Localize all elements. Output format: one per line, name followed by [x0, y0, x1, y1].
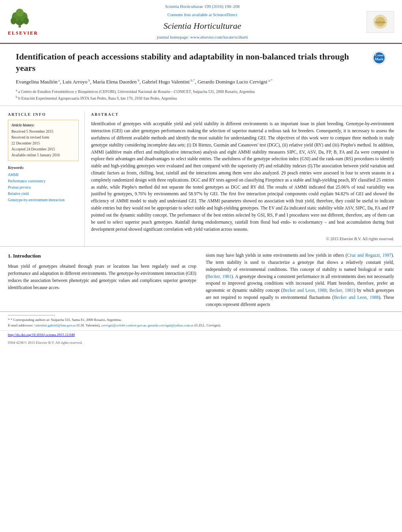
author-4: Gabriel Hugo Valentini	[142, 79, 190, 85]
email-cervigni1[interactable]: cervigni@cefobi-conicet.gov.ar	[101, 323, 146, 327]
introduction-heading: 1. Introduction	[8, 252, 196, 260]
elsevier-tree-icon	[8, 7, 32, 29]
svg-text:SCIENTIA: SCIENTIA	[375, 21, 386, 24]
author-1: Evangelina Maulión	[16, 79, 58, 85]
article-title-section: Identification of peach accessions stabi…	[0, 44, 402, 106]
introduction-body-left: Mean yield of genotypes obtained through…	[8, 263, 196, 291]
article-info-box: Article history: Received 5 November 201…	[8, 120, 79, 161]
ref-becker-leon-1988a[interactable]: Becker and Leon, 1988	[283, 288, 326, 293]
history-label: Article history:	[11, 123, 35, 127]
keywords-section: Keywords: AMMI Performance consistency P…	[8, 165, 79, 203]
keyword-prunus: Prunus persica	[8, 184, 79, 191]
journal-doi-line: Scientia Horticulturae 199 (2016) 198–20…	[38, 3, 367, 10]
journal-center: Scientia Horticulturae 199 (2016) 198–20…	[38, 3, 367, 41]
email-cervigni2[interactable]: gerardo.cervigni@yahoo.com.ar	[148, 323, 194, 327]
ref-cruz-regazzi[interactable]: Cruz and Regazzi, 1997	[347, 253, 391, 258]
keywords-list: AMMI Performance consistency Prunus pers…	[8, 172, 79, 204]
ref-becker-leon-1988b[interactable]: Becker and Leon, 1988	[334, 295, 379, 300]
elsevier-logo: ELSEVIER	[8, 7, 38, 37]
svg-point-4	[16, 9, 24, 17]
homepage-url[interactable]: www.elsevier.com/locate/scihorti	[190, 35, 248, 39]
author-5: Gerardo Domingo Lucio Cervigni	[197, 79, 267, 85]
keyword-relative-yield: Relative yield	[8, 191, 79, 197]
received-revised-label: Received in revised form	[11, 135, 75, 141]
keyword-performance: Performance consistency	[8, 178, 79, 184]
journal-name: Scientia Horticulturae	[38, 19, 367, 32]
keywords-label: Keywords:	[8, 165, 79, 171]
intro-paragraph-1: Mean yield of genotypes obtained through…	[8, 263, 196, 291]
footnote-area: * * Corresponding authors at: Suipacha 5…	[0, 311, 402, 331]
author-3: María Elena Daorden	[93, 79, 137, 85]
doi-line: http://dx.doi.org/10.1016/j.scienta.2015…	[0, 330, 402, 339]
article-title-text: Identification of peach accessions stabi…	[16, 51, 368, 102]
elsevier-brand-text: ELSEVIER	[8, 30, 38, 37]
affiliations: a a Centro de Estudios Fotosintéticos y …	[16, 88, 368, 102]
issn-line: 0304-4238/© 2015 Elsevier B.V. All right…	[0, 339, 402, 348]
contents-line: Contents lists available at ScienceDirec…	[38, 11, 367, 18]
body-right-column: sions may have high yields in some envir…	[206, 252, 394, 311]
ref-becker-1981a[interactable]: Becker, 1981	[207, 274, 231, 279]
article-info-column: ARTICLE INFO Article history: Received 5…	[8, 111, 85, 246]
received-revised-date: 22 December 2015	[11, 141, 75, 146]
body-left-column: 1. Introduction Mean yield of genotypes …	[8, 252, 196, 311]
available-date: Available online 5 January 2016	[11, 152, 75, 158]
journal-logo-right: SCIENTIA	[367, 11, 394, 33]
crossmark-badge[interactable]: Cross Mark	[372, 51, 386, 65]
scientia-logo-icon: SCIENTIA	[370, 14, 390, 30]
introduction-body-right: sions may have high yields in some envir…	[206, 252, 394, 308]
body-section: 1. Introduction Mean yield of genotypes …	[0, 247, 402, 311]
email-valentini[interactable]: valentini.gabriel@inta.gov.ar	[34, 323, 76, 327]
copyright-line: © 2015 Elsevier B.V. All rights reserved…	[91, 236, 394, 246]
footnote-emails: E-mail addresses: valentini.gabriel@inta…	[8, 323, 394, 328]
received-date: Received 5 November 2015	[11, 129, 75, 135]
footnote-star: * * Corresponding authors at: Suipacha 5…	[8, 317, 394, 323]
journal-header: ELSEVIER Scientia Horticulturae 199 (201…	[0, 0, 402, 44]
accepted-date: Accepted 24 December 2015	[11, 146, 75, 152]
svg-point-5	[11, 17, 16, 24]
ref-becker-1981b[interactable]: Becker, 1981	[329, 288, 354, 293]
abstract-text: Identification of genotypes with accepta…	[91, 120, 394, 233]
abstract-paragraph: Identification of genotypes with accepta…	[91, 120, 394, 233]
affiliation-a: a a Centro de Estudios Fotosintéticos y …	[16, 88, 368, 95]
doi-link[interactable]: http://dx.doi.org/10.1016/j.scienta.2015…	[8, 333, 75, 337]
abstract-header: ABSTRACT	[91, 111, 394, 117]
keyword-gei: Genotype-by-environment interaction	[8, 197, 79, 203]
intro-paragraph-2: sions may have high yields in some envir…	[206, 252, 394, 308]
svg-point-6	[23, 17, 29, 24]
affiliation-b: b b Estación Experimental Agropecuaria I…	[16, 95, 368, 102]
article-info-header: ARTICLE INFO	[8, 111, 79, 117]
article-info-abstract-section: ARTICLE INFO Article history: Received 5…	[0, 106, 402, 247]
author-2: Luis Arroyo	[63, 79, 87, 85]
sciencedirect-link[interactable]: ScienceDirect	[213, 12, 237, 17]
crossmark-icon: Cross Mark	[372, 51, 386, 65]
authors-line: Evangelina Maulión a, Luis Arroyo b, Mar…	[16, 78, 368, 86]
abstract-column: ABSTRACT Identification of genotypes wit…	[91, 111, 394, 246]
keyword-ammi: AMMI	[8, 172, 79, 178]
svg-text:Mark: Mark	[375, 57, 383, 61]
svg-text:Cross: Cross	[375, 53, 383, 57]
journal-homepage-line: journal homepage: www.elsevier.com/locat…	[38, 34, 367, 41]
article-title: Identification of peach accessions stabi…	[16, 51, 368, 74]
